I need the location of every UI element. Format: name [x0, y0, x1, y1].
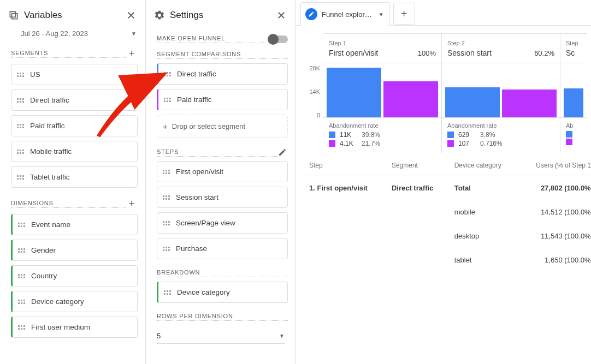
table-cell: 1. First open/visit: [304, 176, 386, 200]
drag-handle-icon: [164, 289, 172, 296]
chip-label: Screen/Page view: [176, 219, 235, 227]
plus-icon: +: [163, 122, 168, 131]
svg-rect-1: [12, 14, 17, 19]
abandonment-row: 1070.716%: [447, 140, 554, 147]
segment-chip[interactable]: Paid traffic: [11, 115, 138, 136]
table-row[interactable]: desktop11,543 (100.0%): [304, 224, 591, 248]
drag-handle-icon: [18, 272, 26, 280]
drag-handle-icon: [163, 168, 170, 176]
date-range-picker[interactable]: Jul 26 - Aug 22, 2023 ▼: [0, 29, 145, 45]
dimension-chip[interactable]: First user medium: [11, 317, 138, 338]
step-chip[interactable]: Session start: [157, 187, 288, 208]
abandonment-block: Abandonment rate11K39.8%4.1K21.7%: [323, 118, 441, 153]
table-cell: mobile: [449, 200, 518, 224]
pencil-icon[interactable]: [278, 148, 288, 157]
segments-label: SEGMENTS: [11, 50, 126, 58]
drag-handle-icon: [18, 221, 26, 229]
chip-label: First open/visit: [176, 168, 223, 176]
segment-chip[interactable]: Mobile traffic: [11, 141, 138, 162]
abandonment-count: 4.1K: [340, 140, 357, 147]
variables-title: Variables: [24, 10, 125, 21]
table-cell: [386, 248, 449, 272]
pencil-circle-icon: [305, 8, 317, 20]
funnel-bar[interactable]: [445, 87, 500, 117]
dimensions-label: DIMENSIONS: [11, 200, 126, 208]
chip-label: Session start: [176, 193, 218, 201]
rows-per-dimension-select[interactable]: 5 ▼: [157, 327, 285, 344]
settings-title: Settings: [170, 10, 275, 21]
funnel-bar[interactable]: [564, 88, 583, 117]
abandonment-title: Abandonment rate: [329, 122, 436, 129]
table-header: Step: [304, 155, 386, 176]
close-icon[interactable]: [275, 9, 288, 22]
table-row[interactable]: 1. First open/visitDirect trafficTotal27…: [304, 176, 591, 200]
chip-label: Direct traffic: [30, 96, 69, 104]
table-cell: Total: [449, 176, 518, 200]
segment-comparisons-header: SEGMENT COMPARISONS: [146, 49, 296, 62]
chip-label: Paid traffic: [177, 96, 212, 104]
rows-value: 5: [157, 332, 279, 340]
tab-funnel-exploration[interactable]: Funnel explor… ▼: [300, 2, 390, 26]
step-chip[interactable]: Purchase: [157, 238, 288, 259]
table-cell: 1,650 (100.0%): [518, 248, 591, 272]
dimension-chip[interactable]: Event name: [11, 214, 138, 235]
step-percent: 60.2%: [534, 49, 554, 57]
abandonment-block: Abandonment rate6293.8%1070.716%: [442, 118, 560, 153]
funnel-step-column: Step 2Session start60.2%Abandonment rate…: [442, 33, 560, 153]
table-row[interactable]: mobile14,512 (100.0%): [304, 200, 591, 224]
breakdown-label: BREAKDOWN: [157, 269, 288, 277]
y-tick: 14K: [309, 88, 320, 112]
table-cell: desktop: [449, 224, 518, 248]
funnel-step-column: Step 1First open/visit100%Abandonment ra…: [323, 33, 442, 153]
step-bars: [323, 63, 441, 118]
funnel-bar[interactable]: [502, 89, 557, 117]
step-number: Step: [566, 40, 581, 46]
legend-swatch: [329, 140, 335, 147]
y-axis: 28K14K0: [304, 33, 323, 153]
abandonment-block: Ab: [560, 118, 587, 151]
segment-chip[interactable]: US: [11, 64, 138, 85]
rows-label: ROWS PER DIMENSION: [157, 313, 288, 321]
drag-handle-icon: [17, 122, 25, 130]
add-segment-button[interactable]: +: [126, 47, 138, 59]
funnel-bar[interactable]: [383, 81, 438, 118]
step-chip[interactable]: First open/visit: [157, 161, 288, 182]
variables-header: Variables: [0, 0, 145, 29]
tab-title: Funnel explor…: [322, 10, 372, 19]
chip-label: Device category: [31, 297, 84, 306]
funnel-bar[interactable]: [327, 68, 381, 117]
step-chip[interactable]: Screen/Page view: [157, 212, 288, 234]
step-name: Session start: [447, 49, 492, 57]
chip-label: Direct traffic: [177, 70, 216, 78]
abandonment-count: 629: [458, 131, 476, 139]
open-funnel-toggle[interactable]: [269, 35, 288, 43]
chip-label: Purchase: [176, 244, 207, 253]
step-percent: 100%: [418, 49, 436, 57]
add-tab-button[interactable]: +: [393, 3, 415, 25]
step-name: Sc: [566, 49, 575, 57]
table-row[interactable]: tablet1,650 (100.0%): [304, 248, 591, 272]
add-dimension-button[interactable]: +: [126, 198, 138, 210]
abandonment-count: 107: [458, 140, 476, 147]
dimension-chip[interactable]: Country: [11, 265, 138, 287]
close-icon[interactable]: [125, 9, 138, 22]
step-header: StepSc: [560, 33, 587, 63]
table-cell: 11,543 (100.0%): [518, 224, 591, 248]
chip-label: Event name: [31, 220, 70, 229]
drop-segment-zone[interactable]: +Drop or select segment: [157, 115, 288, 138]
drag-handle-icon: [18, 298, 26, 306]
segment-chip[interactable]: Tablet traffic: [11, 166, 138, 188]
step-bars: [442, 63, 560, 118]
segment-comparison-chip[interactable]: Paid traffic: [157, 89, 288, 110]
segment-comparisons-label: SEGMENT COMPARISONS: [157, 51, 288, 59]
segment-comparison-chip[interactable]: Direct traffic: [157, 63, 288, 85]
segment-chip[interactable]: Direct traffic: [11, 89, 138, 111]
table-header: Segment: [386, 155, 449, 176]
y-tick: 0: [317, 112, 320, 135]
dimension-chip[interactable]: Device category: [11, 291, 138, 312]
step-name: First open/visit: [329, 49, 378, 57]
abandonment-row: 4.1K21.7%: [329, 140, 436, 147]
breakdown-chip[interactable]: Device category: [157, 282, 288, 303]
dimension-chip[interactable]: Gender: [11, 240, 138, 261]
dimensions-section-header: DIMENSIONS +: [0, 195, 145, 213]
